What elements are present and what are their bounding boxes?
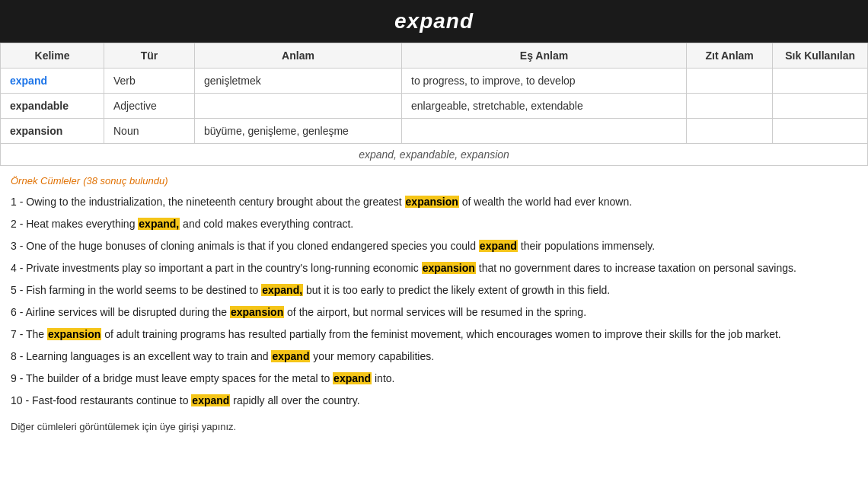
col-header-sik: Sık Kullanılan <box>773 43 868 69</box>
col-header-kelime: Kelime <box>1 43 104 69</box>
col-header-tur: Tür <box>104 43 195 69</box>
col-header-zitanlam: Zıt Anlam <box>687 43 773 69</box>
sentence-text: of adult training programs has resulted … <box>101 328 781 340</box>
cell-anlam: genişletmek <box>195 69 402 94</box>
highlighted-word: expansion <box>230 306 284 318</box>
examples-section: Örnek Cümleler (38 sonuç bulundu) 1 - Ow… <box>0 166 868 440</box>
cell-esanlam <box>402 119 687 144</box>
sentence-text: but it is too early to predict the likel… <box>303 284 610 296</box>
sentence-text: into. <box>372 372 394 384</box>
sentence-text: of wealth the world had ever known. <box>459 196 632 208</box>
highlighted-word: expansion <box>422 262 476 274</box>
cell-tur: Noun <box>104 119 195 144</box>
login-note: Diğer cümleleri görüntülemek için üye gi… <box>11 421 857 432</box>
sentence-text: - Private investments play so important … <box>17 262 422 274</box>
cell-sik <box>773 119 868 144</box>
sentence-number: 2 <box>11 218 17 230</box>
sentence-text: of the airport, but normal services will… <box>284 306 586 318</box>
sentence-text: that no government dares to increase tax… <box>476 262 796 274</box>
sentence-text: - Owing to the industrialization, the ni… <box>17 196 405 208</box>
sentence-text: - Fast-food restaurants continue to <box>23 394 192 406</box>
cell-zitanlam <box>687 94 773 119</box>
cell-esanlam: to progress, to improve, to develop <box>402 69 687 94</box>
cell-sik <box>773 94 868 119</box>
sentence-text: - Heat makes everything <box>17 218 139 230</box>
word-link[interactable]: expand <box>10 75 47 87</box>
sentence: 6 - Airline services will be disrupted d… <box>11 304 857 320</box>
sentence-text: and cold makes everything contract. <box>180 218 353 230</box>
sentence: 1 - Owing to the industrialization, the … <box>11 194 857 210</box>
highlighted-word: expand <box>333 372 372 384</box>
sentence: 7 - The expansion of adult training prog… <box>11 327 857 343</box>
cell-esanlam: enlargeable, stretchable, extendable <box>402 94 687 119</box>
col-header-esanlam: Eş Anlam <box>402 43 687 69</box>
sentence: 10 - Fast-food restaurants continue to e… <box>11 393 857 409</box>
sentence: 3 - One of the huge bonuses of cloning a… <box>11 238 857 254</box>
sentence: 8 - Learning languages is an excellent w… <box>11 349 857 365</box>
sentence-text: your memory capabilities. <box>310 350 434 362</box>
word-table: Kelime Tür Anlam Eş Anlam Zıt Anlam Sık … <box>0 43 868 144</box>
col-header-anlam: Anlam <box>195 43 402 69</box>
sentence-number: 4 <box>11 262 17 274</box>
cell-tur: Verb <box>104 69 195 94</box>
cell-anlam: büyüme, genişleme, genleşme <box>195 119 402 144</box>
sentence-number: 10 <box>11 394 23 406</box>
sentence-text: their populations immensely. <box>518 240 655 252</box>
sentence: 2 - Heat makes everything expand, and co… <box>11 216 857 232</box>
highlighted-word: expansion <box>405 196 459 208</box>
table-row: expansionNounbüyüme, genişleme, genleşme <box>1 119 868 144</box>
sentence-number: 3 <box>11 240 17 252</box>
sentence-text: - The <box>17 328 47 340</box>
highlighted-word: expand <box>479 240 518 252</box>
sentence: 5 - Fish farming in the world seems to b… <box>11 282 857 298</box>
table-header-row: Kelime Tür Anlam Eş Anlam Zıt Anlam Sık … <box>1 43 868 69</box>
cell-anlam <box>195 94 402 119</box>
sentence-text: - Airline services will be disrupted dur… <box>17 306 230 318</box>
table-footer-note: expand, expandable, expansion <box>0 144 868 166</box>
cell-kelime: expansion <box>1 119 104 144</box>
highlighted-word: expansion <box>47 328 101 340</box>
page-header: expand <box>0 0 868 43</box>
sentence-text: - Fish farming in the world seems to be … <box>17 284 261 296</box>
sentence-number: 9 <box>11 372 17 384</box>
table-row: expandableAdjectiveenlargeable, stretcha… <box>1 94 868 119</box>
cell-kelime: expandable <box>1 94 104 119</box>
highlighted-word: expand, <box>138 218 180 230</box>
cell-zitanlam <box>687 69 773 94</box>
sentence-number: 1 <box>11 196 17 208</box>
sentence-number: 8 <box>11 350 17 362</box>
sentence: 4 - Private investments play so importan… <box>11 260 857 276</box>
sentence-number: 6 <box>11 306 17 318</box>
sentence-number: 5 <box>11 284 17 296</box>
highlighted-word: expand, <box>261 284 303 296</box>
table-row: expandVerbgenişletmekto progress, to imp… <box>1 69 868 94</box>
cell-kelime[interactable]: expand <box>1 69 104 94</box>
page-title: expand <box>0 9 868 33</box>
sentence-text: - Learning languages is an excellent way… <box>17 350 272 362</box>
sentence-text: rapidly all over the country. <box>230 394 359 406</box>
highlighted-word: expand <box>271 350 310 362</box>
highlighted-word: expand <box>191 394 230 406</box>
cell-zitanlam <box>687 119 773 144</box>
sentence-text: - One of the huge bonuses of cloning ani… <box>17 240 479 252</box>
sentences-container: 1 - Owing to the industrialization, the … <box>11 194 857 409</box>
examples-subtitle: (38 sonuç bulundu) <box>83 175 168 186</box>
sentence-text: - The builder of a bridge must leave emp… <box>17 372 333 384</box>
sentence-number: 7 <box>11 328 17 340</box>
examples-title: Örnek Cümleler (38 sonuç bulundu) <box>11 174 857 186</box>
cell-tur: Adjective <box>104 94 195 119</box>
cell-sik <box>773 69 868 94</box>
sentence: 9 - The builder of a bridge must leave e… <box>11 371 857 387</box>
